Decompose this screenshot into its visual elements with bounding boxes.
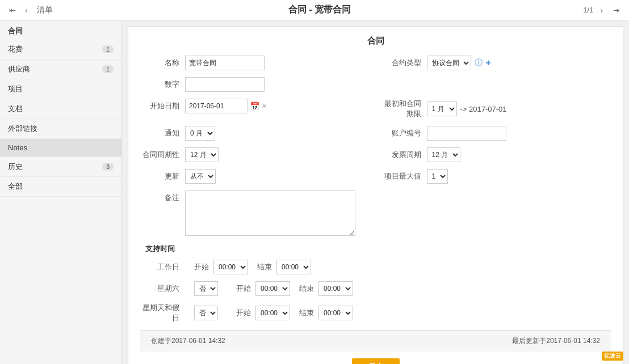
support-end-workday: 结束 00:00 [257, 260, 311, 274]
support-row-holiday: 星期天和假日 否 开始 00:00 结束 00:00 [140, 303, 611, 323]
sidebar-item-project-label: 项目 [8, 84, 23, 94]
saturday-toggle-select[interactable]: 否 [194, 281, 218, 296]
sidebar-item-all-label: 全部 [8, 181, 23, 192]
name-input[interactable] [185, 56, 265, 70]
form-col-remark: 备注 [140, 191, 370, 236]
created-info: 创建于2017-06-01 14:32 [151, 336, 225, 346]
notice-label: 通知 [140, 128, 185, 138]
arrow-text: -> 2017-07-01 [460, 105, 507, 113]
save-button[interactable]: 保存 [352, 358, 400, 364]
support-start-holiday: 开始 00:00 [236, 306, 290, 320]
holiday-end-select[interactable]: 00:00 [318, 306, 353, 320]
remark-textarea[interactable] [185, 191, 355, 236]
sidebar-item-external-link-label: 外部链接 [8, 124, 37, 134]
workday-end-select[interactable]: 00:00 [276, 260, 311, 274]
watermark-logo: 亿速云 [602, 352, 623, 361]
form-card-title: 合同 [140, 36, 611, 46]
start-label-saturday: 开始 [236, 283, 251, 294]
saturday-end-select[interactable]: 00:00 [318, 281, 353, 296]
date-clear-button[interactable]: ✕ [262, 103, 267, 110]
holiday-label: 星期天和假日 [140, 303, 185, 323]
end-label-workday: 结束 [257, 262, 272, 272]
form-col-notice: 通知 0 月 [140, 126, 370, 141]
topbar-left-nav: ⇤ ‹ 清单 [6, 4, 56, 16]
form-col-min-period: 最初和合同期限 1 月 -> 2017-07-01 [381, 99, 612, 119]
periodicity-select[interactable]: 12 月 [185, 147, 219, 162]
sidebar-badge-supplier: 1 [102, 65, 114, 73]
name-label: 名称 [140, 58, 185, 68]
min-period-select[interactable]: 1 月 [427, 101, 457, 116]
workday-start-select[interactable]: 00:00 [213, 260, 248, 274]
form-col-number: 数字 [140, 77, 370, 92]
form-row-periodicity-invoice: 合同周期性 12 月 发票周期 12 月 [140, 147, 611, 162]
periodicity-label: 合同周期性 [140, 150, 185, 160]
support-row-saturday: 星期六 否 开始 00:00 结束 00:00 [140, 281, 611, 296]
form-col-start-date: 开始日期 📅 ✕ [140, 99, 370, 113]
account-input[interactable] [427, 126, 506, 141]
form-row-dates: 开始日期 📅 ✕ 最初和合同期限 1 月 -> 2017-07-01 [140, 99, 611, 119]
sidebar-item-all[interactable]: 全部 [0, 177, 121, 197]
sidebar-item-supplier[interactable]: 供应商 1 [0, 60, 121, 79]
add-type-button[interactable]: + [486, 58, 491, 68]
date-wrap: 📅 ✕ [185, 99, 267, 113]
nav-last-button[interactable]: ⇥ [610, 5, 623, 16]
number-label: 数字 [140, 79, 185, 90]
notice-select[interactable]: 0 月 [185, 126, 215, 141]
support-end-holiday: 结束 00:00 [299, 306, 353, 320]
support-start-saturday: 开始 00:00 [236, 281, 290, 296]
invoice-period-select[interactable]: 12 月 [427, 147, 460, 162]
form-row-number: 数字 [140, 77, 611, 92]
nav-prev-button[interactable]: ‹ [22, 5, 31, 16]
end-label-saturday: 结束 [299, 283, 314, 294]
support-section-header: 支持时间 [145, 244, 611, 254]
nav-first-button[interactable]: ⇤ [6, 5, 19, 16]
sidebar-item-notes[interactable]: Notes [0, 139, 121, 157]
sidebar-item-project[interactable]: 项目 [0, 79, 121, 99]
sidebar-item-history[interactable]: 历史 3 [0, 157, 121, 177]
max-items-select[interactable]: 1 [427, 169, 448, 184]
clear-button[interactable]: 清单 [33, 4, 56, 16]
save-wrap: 保存 [140, 352, 611, 364]
form-row-notice-account: 通知 0 月 账户编号 [140, 126, 611, 141]
support-row-workday: 工作日 开始 00:00 结束 00:00 [140, 260, 611, 274]
sidebar-item-document-label: 文档 [8, 104, 23, 114]
watermark: 亿速云 [602, 352, 623, 361]
calendar-icon[interactable]: 📅 [250, 101, 259, 111]
sidebar-item-external-link[interactable]: 外部链接 [0, 119, 121, 139]
saturday-label: 星期六 [140, 283, 185, 294]
sidebar-item-expense[interactable]: 花费 1 [0, 40, 121, 60]
contract-type-select[interactable]: 协议合同 [427, 56, 471, 70]
holiday-start-select[interactable]: 00:00 [255, 306, 290, 320]
max-items-label: 项目最大值 [381, 171, 427, 181]
saturday-start-select[interactable]: 00:00 [255, 281, 290, 296]
start-date-input[interactable] [185, 99, 248, 113]
sidebar-badge-expense: 1 [102, 45, 114, 53]
nav-next-button[interactable]: › [597, 5, 606, 16]
pagination-info: 1/1 [583, 6, 593, 14]
support-end-saturday: 结束 00:00 [299, 281, 353, 296]
end-label-holiday: 结束 [299, 308, 314, 318]
start-label-holiday: 开始 [236, 308, 251, 318]
form-row-name-type: 名称 合约类型 协议合同 ⓘ + [140, 56, 611, 70]
topbar-right-nav: 1/1 › ⇥ [583, 5, 623, 16]
invoice-period-label: 发票周期 [381, 150, 427, 160]
sidebar-item-document[interactable]: 文档 [0, 99, 121, 119]
holiday-toggle-select[interactable]: 否 [194, 306, 218, 320]
sidebar-section-title: 合同 [0, 20, 121, 40]
form-card: 合同 名称 合约类型 协议合同 ⓘ + [128, 26, 623, 364]
start-label-workday: 开始 [194, 262, 209, 272]
info-button[interactable]: ⓘ [475, 58, 483, 68]
sidebar: 合同 花费 1 供应商 1 项目 文档 外部链接 Notes 历史 3 全部 [0, 20, 122, 364]
sidebar-item-supplier-label: 供应商 [8, 64, 30, 74]
number-input[interactable] [185, 77, 265, 92]
updated-info: 最后更新于2017-06-01 14:32 [512, 336, 600, 346]
form-col-update: 更新 从不 [140, 169, 370, 184]
form-row-update-maxitems: 更新 从不 项目最大值 1 [140, 169, 611, 184]
sidebar-item-notes-label: Notes [8, 143, 27, 152]
topbar: ⇤ ‹ 清单 合同 - 宽带合同 1/1 › ⇥ [0, 0, 629, 20]
contract-type-label: 合约类型 [381, 58, 427, 68]
content-area: 合同 名称 合约类型 协议合同 ⓘ + [122, 20, 629, 364]
update-select[interactable]: 从不 [185, 169, 216, 184]
start-date-label: 开始日期 [140, 101, 185, 111]
update-label: 更新 [140, 171, 185, 181]
